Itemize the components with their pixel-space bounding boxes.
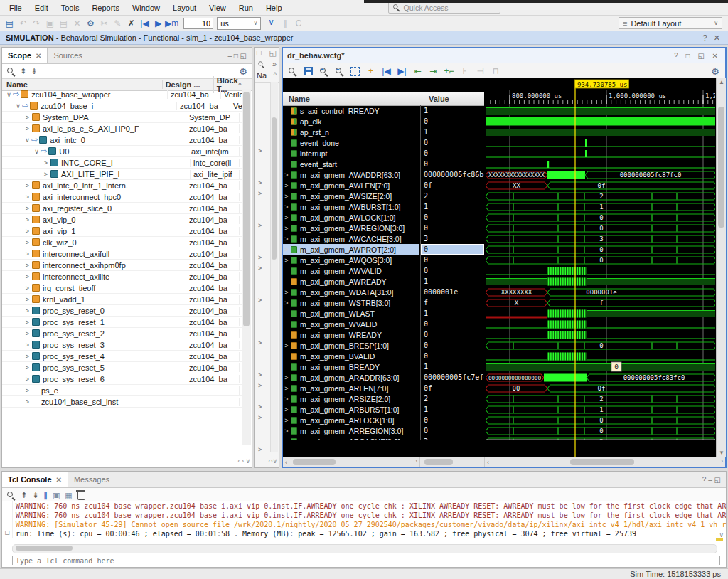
tree-expander-icon[interactable]: >: [23, 216, 31, 223]
zoom-fit-icon[interactable]: [348, 65, 362, 78]
menu-run[interactable]: Run: [232, 1, 259, 14]
tab-scope[interactable]: Scope ✕: [2, 48, 48, 63]
scope-tree-row[interactable]: >axi_vip_1zcu104_baVerilog Mo: [2, 225, 242, 237]
tree-expander-icon[interactable]: >: [258, 403, 262, 410]
signal-value[interactable]: 1: [421, 308, 484, 319]
scope-tree-row[interactable]: ∨⇨U0axi_intc(imVHDL Entity: [2, 146, 242, 157]
signal-row[interactable]: >m_axi_gmem_ARLOCK[1:0]: [283, 415, 419, 425]
scope-tree-row[interactable]: >proc_sys_reset_4zcu104_baVHDL Entity: [2, 351, 242, 362]
tree-expander-icon[interactable]: >: [23, 341, 31, 349]
signal-value[interactable]: 0: [421, 329, 484, 340]
tree-expander-icon[interactable]: >: [23, 205, 31, 212]
close-scope-icon[interactable]: ✗: [124, 17, 138, 30]
run-all-icon[interactable]: ▶: [151, 17, 165, 30]
signal-value[interactable]: 0: [421, 212, 484, 223]
scope-tree-row[interactable]: >axi_vip_0zcu104_baVerilog Mo: [2, 214, 242, 225]
tree-expander-icon[interactable]: >: [23, 114, 31, 121]
tree-expander-icon[interactable]: >: [258, 339, 262, 346]
signal-row[interactable]: event_done: [283, 137, 419, 148]
scope-tree-row[interactable]: >proc_sys_reset_6zcu104_baVHDL Entity: [2, 373, 242, 385]
waveform-window-controls[interactable]: ? □ ◱ ✕: [674, 52, 721, 60]
scope-tree-row[interactable]: >AXI_LITE_IPIF_Iaxi_lite_ipifVHDL Entity: [2, 169, 242, 180]
scope-tree-row[interactable]: ∨⇨zcu104_base_izcu104_baVerilog Mo: [2, 100, 242, 112]
scope-tree-row[interactable]: >System_DPASystem_DPVerilog Mo: [2, 112, 242, 123]
tree-expander-icon[interactable]: ∨: [14, 102, 22, 110]
tree-expander-icon[interactable]: >: [23, 387, 31, 394]
signal-value[interactable]: 1: [421, 276, 484, 287]
signal-value[interactable]: 0: [421, 319, 484, 329]
simulation-header-controls[interactable]: ? ✕: [703, 33, 722, 43]
scope-tree-row[interactable]: >axi_interconnect_hpc0zcu104_baVerilog M…: [2, 191, 242, 203]
signal-value[interactable]: 3: [421, 233, 484, 244]
signal-expander-icon[interactable]: >: [283, 235, 290, 243]
add-marker-icon[interactable]: +⌐: [442, 65, 456, 78]
strip-scroll-corner[interactable]: ‹›∨: [268, 457, 277, 464]
signal-value[interactable]: 0: [421, 351, 484, 361]
signal-value[interactable]: 0f: [421, 180, 484, 191]
signal-expander-icon[interactable]: >: [283, 246, 290, 253]
tree-expander-icon[interactable]: >: [258, 179, 262, 186]
signal-value[interactable]: 0: [421, 148, 484, 159]
tree-expander-icon[interactable]: >: [23, 398, 31, 405]
zoom-in-icon[interactable]: +: [317, 65, 331, 78]
signal-row[interactable]: m_axi_gmem_WVALID: [283, 319, 419, 329]
signal-value[interactable]: 3: [421, 436, 484, 440]
value-scrollbar[interactable]: [419, 457, 484, 467]
scope-tree-row[interactable]: >interconnect_axifullzcu104_baVerilog Mo: [2, 248, 242, 260]
gear-icon[interactable]: ⚙: [239, 66, 247, 77]
scope-tree-row[interactable]: ∨⇨zcu104_base_wrapperzcu104_baVerilog Mo: [2, 89, 242, 100]
signal-row[interactable]: >m_axi_gmem_BRESP[1:0]: [283, 340, 419, 351]
signal-value[interactable]: 0000001e: [421, 287, 484, 297]
signal-value[interactable]: 2: [421, 393, 484, 404]
search-icon[interactable]: [286, 65, 299, 78]
tree-expander-icon[interactable]: >: [23, 319, 31, 326]
expand-all-icon[interactable]: ⇟: [32, 491, 38, 500]
signal-expander-icon[interactable]: >: [283, 257, 290, 264]
tree-expander-icon[interactable]: >: [23, 364, 31, 371]
scope-tree-row[interactable]: >zcu104_base_sci_instSC Module: [2, 396, 242, 408]
signal-value[interactable]: 0: [421, 116, 484, 127]
signal-row[interactable]: ap_rst_n: [283, 127, 419, 137]
signal-row[interactable]: >m_axi_gmem_AWSIZE[2:0]: [283, 191, 419, 201]
menu-window[interactable]: Window: [126, 1, 166, 14]
column-name[interactable]: Name: [283, 95, 424, 103]
tree-expander-icon[interactable]: >: [23, 228, 31, 235]
open-design-icon[interactable]: ▤: [3, 17, 16, 30]
scroll-up-icon[interactable]: ^: [238, 81, 252, 88]
signal-expander-icon[interactable]: >: [283, 427, 290, 435]
menu-tools[interactable]: Tools: [55, 1, 86, 14]
scroll-up-icon[interactable]: ▲: [719, 79, 724, 85]
signal-row[interactable]: >m_axi_gmem_AWQOS[3:0]: [283, 255, 419, 265]
signal-row[interactable]: >m_axi_gmem_AWADDR[63:0]: [283, 169, 419, 180]
signal-expander-icon[interactable]: >: [283, 203, 290, 211]
copy-icon[interactable]: ▣: [43, 17, 57, 30]
tab-messages[interactable]: Messages: [68, 472, 115, 487]
signal-expander-icon[interactable]: >: [283, 214, 290, 221]
tree-expander-icon[interactable]: >: [258, 446, 262, 453]
signal-expander-icon[interactable]: >: [283, 385, 290, 392]
tree-expander-icon[interactable]: >: [258, 265, 262, 272]
signal-row[interactable]: >m_axi_gmem_AWBURST[1:0]: [283, 201, 419, 212]
signal-row[interactable]: >m_axi_gmem_AWPROT[2:0]: [283, 244, 419, 255]
scope-tree-row[interactable]: ∨⇨axi_intc_0zcu104_baVHDL Entity: [2, 134, 242, 146]
paste-icon[interactable]: ▤: [57, 17, 70, 30]
scroll-down-icon[interactable]: ▼: [719, 450, 724, 456]
scope-tree-row[interactable]: >proc_sys_reset_2zcu104_baVHDL Entity: [2, 328, 242, 339]
signal-row[interactable]: m_axi_gmem_WLAST: [283, 308, 419, 319]
tree-expander-icon[interactable]: >: [23, 285, 31, 292]
tree-expander-icon[interactable]: >: [23, 330, 31, 337]
tab-sources[interactable]: Sources: [48, 48, 87, 63]
close-icon[interactable]: ✕: [56, 476, 62, 484]
run-for-icon[interactable]: ▶m: [165, 17, 178, 30]
signal-row[interactable]: >m_axi_gmem_AWLEN[7:0]: [283, 180, 419, 191]
tab-tcl-console[interactable]: Tcl Console ✕: [2, 472, 68, 487]
menu-view[interactable]: View: [203, 1, 232, 14]
signal-row[interactable]: m_axi_gmem_BREADY: [283, 361, 419, 372]
zoom-to-cursor-icon[interactable]: +: [364, 65, 378, 78]
expand-all-icon[interactable]: ⇟: [31, 67, 37, 76]
scope-tree-row[interactable]: >axi_ic_ps_e_S_AXI_HP0_Fzcu104_baVerilog…: [2, 123, 242, 134]
quick-access-search[interactable]: Quick Access: [388, 1, 500, 14]
undo-icon[interactable]: ↶: [16, 17, 30, 30]
copy-icon[interactable]: ▣: [53, 491, 60, 500]
scope-tree-row[interactable]: >proc_sys_reset_1zcu104_baVHDL Entity: [2, 317, 242, 328]
